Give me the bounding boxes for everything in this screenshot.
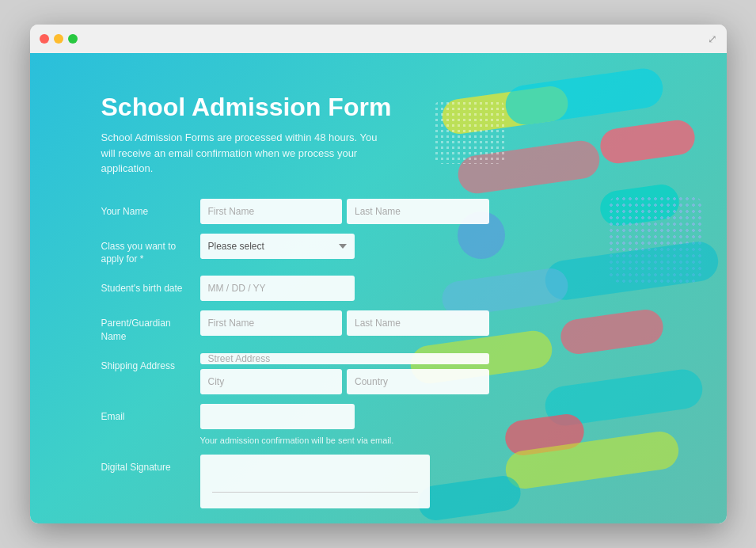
form-title: School Admission Form (101, 93, 489, 122)
last-name-input[interactable] (347, 199, 489, 224)
label-class: Class you want to apply for * (101, 234, 192, 267)
input-shipping-address-group (200, 353, 489, 394)
deco-shape (558, 307, 665, 356)
traffic-lights (40, 34, 78, 44)
birth-date-input[interactable] (200, 276, 355, 301)
name-input-row (200, 199, 489, 224)
input-email-group: Your admission confirmation will be sent… (200, 404, 489, 445)
email-hint: Your admission confirmation will be sent… (200, 436, 489, 445)
deco-shape (542, 367, 705, 428)
parent-first-name-input[interactable] (200, 310, 343, 336)
form-description: School Admission Forms are processed wit… (101, 130, 386, 177)
titlebar: ⤢ (30, 25, 727, 53)
label-email: Email (101, 404, 192, 424)
maximize-button[interactable] (68, 34, 78, 44)
city-input[interactable] (200, 369, 343, 394)
label-parent-name: Parent/Guardian Name (101, 310, 192, 344)
city-country-row (200, 369, 489, 394)
label-birth-date: Student's birth date (101, 276, 192, 295)
deco-dots (608, 196, 703, 283)
deco-shape (503, 66, 665, 127)
country-input[interactable] (347, 369, 489, 394)
email-input[interactable] (200, 404, 355, 429)
content-area: School Admission Form School Admission F… (30, 53, 727, 523)
deco-shape (503, 429, 681, 491)
field-birth-date: Student's birth date (101, 276, 489, 301)
input-your-name-group (200, 199, 489, 224)
input-signature-group (200, 455, 489, 508)
deco-shape (503, 412, 586, 457)
expand-icon[interactable]: ⤢ (708, 32, 717, 45)
minimize-button[interactable] (54, 34, 63, 44)
form-container: School Admission Form School Admission F… (30, 53, 489, 523)
input-parent-name-group (200, 310, 489, 336)
deco-shape (598, 182, 681, 227)
field-shipping-address: Shipping Address (101, 353, 489, 394)
close-button[interactable] (40, 34, 49, 44)
input-birth-date-group (200, 276, 489, 301)
field-class: Class you want to apply for * Please sel… (101, 234, 489, 267)
form-fields: Your Name Class you want to apply for * … (101, 199, 489, 508)
first-name-input[interactable] (200, 199, 343, 224)
signature-pad[interactable] (200, 455, 430, 508)
label-shipping-address: Shipping Address (101, 353, 192, 373)
parent-last-name-input[interactable] (347, 310, 489, 336)
field-email: Email Your admission confirmation will b… (101, 404, 489, 445)
label-signature: Digital Signature (101, 455, 192, 474)
app-window: ⤢ School Admission Form School Admissio (30, 25, 727, 523)
input-class-group: Please select Class 1 Class 2 Class 3 Cl… (200, 234, 489, 259)
class-select[interactable]: Please select Class 1 Class 2 Class 3 Cl… (200, 234, 355, 259)
field-parent-name: Parent/Guardian Name (101, 310, 489, 344)
deco-shape (598, 118, 697, 166)
field-your-name: Your Name (101, 199, 489, 224)
label-your-name: Your Name (101, 199, 192, 219)
parent-name-input-row (200, 310, 489, 336)
field-signature: Digital Signature (101, 455, 489, 508)
deco-shape (542, 239, 720, 303)
street-address-input[interactable] (200, 353, 489, 364)
signature-line (212, 492, 418, 493)
